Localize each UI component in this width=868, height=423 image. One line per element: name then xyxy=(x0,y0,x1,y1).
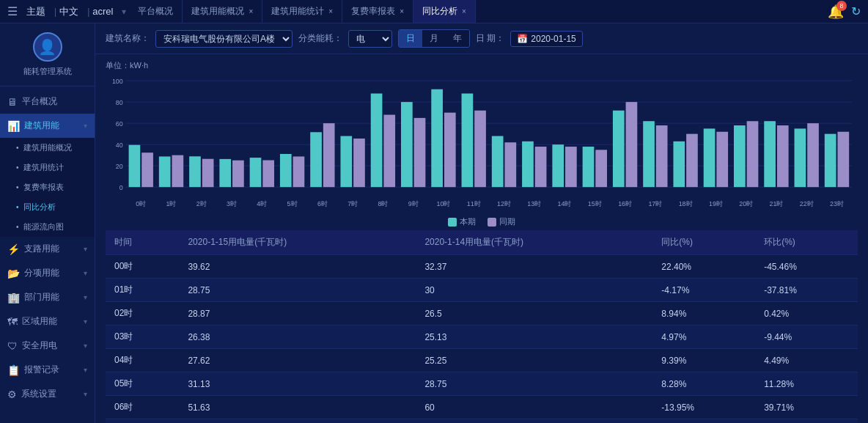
table-row: 06时51.6360-13.95%39.71% xyxy=(106,396,858,419)
user-dropdown-icon[interactable]: ▾ xyxy=(122,7,126,17)
svg-text:18时: 18时 xyxy=(679,200,693,207)
svg-text:4时: 4时 xyxy=(257,200,267,207)
day-btn[interactable]: 日 xyxy=(399,30,422,47)
chevron-icon: ▾ xyxy=(84,245,87,253)
sidebar-item-建筑用能[interactable]: 📊 建筑用能 ▾ xyxy=(0,114,95,138)
svg-rect-81 xyxy=(825,134,836,188)
table-cell: -7.56% xyxy=(755,419,858,424)
svg-text:12时: 12时 xyxy=(497,200,511,207)
svg-rect-27 xyxy=(280,154,292,187)
nav-tabs: 平台概况建筑用能概况×建筑用能统计×复费率报表×同比分析× xyxy=(129,0,828,23)
svg-rect-15 xyxy=(159,156,171,187)
chevron-icon: ▾ xyxy=(84,293,87,301)
sidebar-item-部门用能[interactable]: 🏢 部门用能 ▾ xyxy=(0,285,95,309)
close-tab-icon[interactable]: × xyxy=(328,7,333,15)
building-select[interactable]: 安科瑞电气股份有限公司A楼 xyxy=(155,30,293,48)
chevron-icon: ▾ xyxy=(84,390,87,398)
chart-legend: 本期同期 xyxy=(106,216,858,227)
table-header: 2020-1-14用电量(千瓦时) xyxy=(416,230,652,255)
sidebar-item-分项用能[interactable]: 📂 分项用能 ▾ xyxy=(0,261,95,285)
sidebar-item-系统设置[interactable]: ⚙ 系统设置 ▾ xyxy=(0,382,95,406)
avatar: 👤 xyxy=(33,32,62,62)
date-display[interactable]: 📅 2020-01-15 xyxy=(510,31,582,47)
sidebar-label: 部门用能 xyxy=(24,291,84,304)
svg-text:23时: 23时 xyxy=(830,200,844,207)
svg-rect-46 xyxy=(474,111,486,187)
svg-rect-55 xyxy=(565,147,577,187)
table-cell: 8.94% xyxy=(652,302,755,325)
table-cell: -13.95% xyxy=(652,396,755,419)
table-row: 00时39.6232.3722.40%-45.46% xyxy=(106,255,858,279)
nav-tab[interactable]: 同比分析× xyxy=(413,0,476,23)
svg-text:15时: 15时 xyxy=(588,200,602,207)
notification-icon[interactable]: 🔔 8 xyxy=(828,4,844,20)
sidebar-item-支路用能[interactable]: ⚡ 支路用能 ▾ xyxy=(0,237,95,261)
svg-rect-13 xyxy=(141,152,153,187)
sidebar-item-报警记录[interactable]: 📋 报警记录 ▾ xyxy=(0,358,95,382)
sidebar-subitem-建筑用统计[interactable]: 建筑用统计 xyxy=(0,158,95,177)
nav-tab[interactable]: 建筑用能统计× xyxy=(262,0,342,23)
sidebar-submenu: 建筑用能概况建筑用统计复费率报表同比分析能源流向图 xyxy=(0,138,95,237)
svg-text:16时: 16时 xyxy=(618,200,632,207)
svg-rect-18 xyxy=(189,156,201,187)
svg-text:17时: 17时 xyxy=(648,200,662,207)
svg-text:40: 40 xyxy=(116,141,123,149)
sidebar-subitem-建筑用能概况[interactable]: 建筑用能概况 xyxy=(0,138,95,158)
table-cell: 39.71% xyxy=(755,396,858,419)
nav-tab[interactable]: 平台概况 xyxy=(129,0,183,23)
svg-rect-66 xyxy=(673,141,685,187)
close-tab-icon[interactable]: × xyxy=(249,7,253,15)
svg-rect-57 xyxy=(583,147,595,187)
sidebar-item-安全用电[interactable]: 🛡 安全用电 ▾ xyxy=(0,334,95,358)
svg-rect-75 xyxy=(764,121,776,187)
month-btn[interactable]: 月 xyxy=(422,30,446,47)
svg-text:0时: 0时 xyxy=(136,200,146,207)
sidebar-icon: 📂 xyxy=(7,268,20,279)
table-cell: 45.63 xyxy=(416,419,652,424)
svg-text:9时: 9时 xyxy=(408,200,419,207)
table-cell: 03时 xyxy=(106,325,179,349)
close-tab-icon[interactable]: × xyxy=(400,7,404,15)
sidebar-item-平台概况[interactable]: 🖥 平台概况 xyxy=(0,89,95,114)
svg-rect-19 xyxy=(202,159,214,187)
category-select[interactable]: 电 xyxy=(348,30,392,48)
svg-rect-33 xyxy=(340,136,352,188)
nav-tab[interactable]: 建筑用能概况× xyxy=(183,0,262,23)
table-row: 03时26.3825.134.97%-9.44% xyxy=(106,325,858,349)
svg-rect-49 xyxy=(504,142,516,187)
sidebar: 👤 能耗管理系统 🖥 平台概况 📊 建筑用能 ▾建筑用能概况建筑用统计复费率报表… xyxy=(0,23,95,423)
sidebar-icon: 🛡 xyxy=(7,340,18,352)
svg-text:20: 20 xyxy=(116,163,123,170)
svg-rect-45 xyxy=(462,94,474,188)
user-label: acrel xyxy=(92,6,113,17)
sidebar-icon: 📋 xyxy=(7,364,20,376)
year-btn[interactable]: 年 xyxy=(446,30,469,47)
hamburger-icon[interactable]: ☰ xyxy=(7,4,18,18)
sidebar-label: 支路用能 xyxy=(24,243,84,255)
table-row: 02时28.8726.58.94%0.42% xyxy=(106,302,858,325)
svg-rect-43 xyxy=(444,113,456,188)
lang-label[interactable]: 中文 xyxy=(59,5,78,18)
sidebar-subitem-复费率报表[interactable]: 复费率报表 xyxy=(0,177,95,197)
sidebar-item-区域用能[interactable]: 🗺 区域用能 ▾ xyxy=(0,309,95,334)
table-cell: 32.37 xyxy=(416,255,652,279)
nav-tab[interactable]: 复费率报表× xyxy=(342,0,413,23)
legend-item: 本期 xyxy=(448,216,476,227)
sidebar-subitem-能源流向图[interactable]: 能源流向图 xyxy=(0,217,95,237)
sidebar-label: 建筑用能 xyxy=(24,119,84,132)
close-tab-icon[interactable]: × xyxy=(462,7,466,15)
nav-right: 🔔 8 ↻ xyxy=(828,4,861,20)
sidebar-subitem-同比分析[interactable]: 同比分析 xyxy=(0,197,95,217)
table-cell: 39.62 xyxy=(179,255,416,279)
chevron-icon: ▾ xyxy=(84,317,87,325)
svg-text:1时: 1时 xyxy=(166,200,177,207)
svg-rect-82 xyxy=(837,132,849,187)
svg-text:19时: 19时 xyxy=(709,200,723,207)
table-header: 2020-1-15用电量(千瓦时) xyxy=(179,230,416,255)
chevron-icon: ▾ xyxy=(84,269,87,277)
refresh-icon[interactable]: ↻ xyxy=(851,4,861,18)
legend-label: 同期 xyxy=(499,216,515,227)
table-cell: 06时 xyxy=(106,396,179,419)
nav-divider2: | xyxy=(87,7,89,17)
svg-text:8时: 8时 xyxy=(378,200,388,207)
